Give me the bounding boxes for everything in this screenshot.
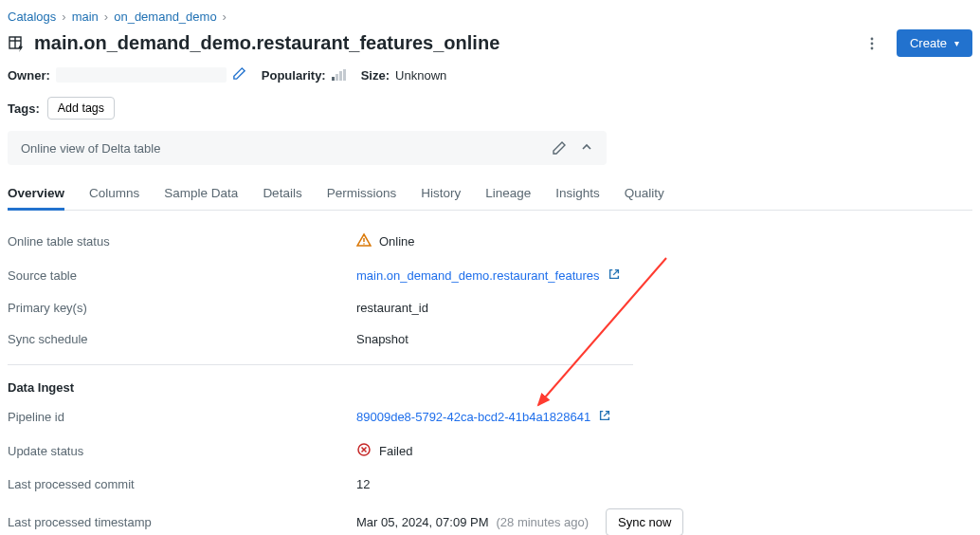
description-box: Online view of Delta table bbox=[8, 131, 607, 165]
data-ingest-title: Data Ingest bbox=[8, 369, 972, 400]
chevron-down-icon: ▾ bbox=[954, 38, 959, 48]
warning-triangle-icon bbox=[356, 232, 372, 250]
status-label: Online table status bbox=[8, 234, 356, 249]
primary-key-label: Primary key(s) bbox=[8, 301, 356, 315]
popularity-bars-icon bbox=[332, 69, 346, 81]
edit-description-icon[interactable] bbox=[552, 140, 567, 156]
svg-point-3 bbox=[871, 37, 874, 40]
size-label: Size: bbox=[361, 68, 390, 83]
breadcrumb: Catalogs › main › on_demand_demo › bbox=[8, 8, 972, 29]
source-table-link[interactable]: main.on_demand_demo.restaurant_features bbox=[356, 268, 600, 283]
breadcrumb-item[interactable]: main bbox=[72, 9, 99, 24]
tab-overview[interactable]: Overview bbox=[8, 178, 64, 210]
source-table-label: Source table bbox=[8, 268, 356, 283]
title-bar: main.on_demand_demo.restaurant_features_… bbox=[8, 29, 972, 57]
tab-quality[interactable]: Quality bbox=[625, 178, 664, 210]
last-commit-label: Last processed commit bbox=[8, 477, 356, 491]
update-status-value: Failed bbox=[379, 444, 412, 458]
chevron-right-icon: › bbox=[223, 9, 227, 24]
tab-sample-data[interactable]: Sample Data bbox=[164, 178, 238, 210]
svg-point-7 bbox=[363, 243, 365, 245]
update-status-label: Update status bbox=[8, 444, 356, 458]
last-timestamp-label: Last processed timestamp bbox=[8, 515, 356, 529]
sync-schedule-label: Sync schedule bbox=[8, 332, 356, 346]
create-button-label: Create bbox=[910, 36, 947, 50]
tags-label: Tags: bbox=[8, 101, 40, 116]
svg-point-4 bbox=[871, 42, 874, 45]
last-timestamp-relative: (28 minutes ago) bbox=[496, 515, 589, 529]
table-lightning-icon bbox=[8, 34, 27, 53]
tab-insights[interactable]: Insights bbox=[555, 178, 600, 210]
tabs: Overview Columns Sample Data Details Per… bbox=[8, 178, 972, 211]
description-text: Online view of Delta table bbox=[21, 141, 160, 156]
last-timestamp-value: Mar 05, 2024, 07:09 PM bbox=[356, 515, 488, 529]
tab-permissions[interactable]: Permissions bbox=[327, 178, 397, 210]
owner-value bbox=[56, 67, 227, 83]
breadcrumb-item[interactable]: Catalogs bbox=[8, 9, 56, 24]
section-divider bbox=[8, 364, 633, 365]
status-value: Online bbox=[379, 234, 415, 249]
overview-section: Online table status Online Source table … bbox=[8, 211, 972, 535]
error-circle-icon bbox=[356, 442, 372, 460]
size-value: Unknown bbox=[395, 68, 446, 83]
owner-label: Owner: bbox=[8, 68, 50, 83]
chevron-right-icon: › bbox=[62, 9, 65, 24]
more-menu-button[interactable] bbox=[859, 30, 885, 57]
tab-lineage[interactable]: Lineage bbox=[485, 178, 531, 210]
page-title: main.on_demand_demo.restaurant_features_… bbox=[34, 32, 499, 54]
sync-now-button[interactable]: Sync now bbox=[606, 508, 683, 535]
breadcrumb-item[interactable]: on_demand_demo bbox=[114, 9, 216, 24]
collapse-description-icon[interactable] bbox=[580, 140, 593, 156]
pipeline-id-label: Pipeline id bbox=[8, 410, 356, 424]
tab-history[interactable]: History bbox=[421, 178, 461, 210]
external-link-icon[interactable] bbox=[598, 409, 611, 425]
tab-columns[interactable]: Columns bbox=[89, 178, 139, 210]
popularity-label: Popularity: bbox=[262, 68, 326, 83]
external-link-icon[interactable] bbox=[608, 268, 621, 284]
chevron-right-icon: › bbox=[104, 9, 108, 24]
edit-owner-icon[interactable] bbox=[232, 66, 246, 83]
sync-schedule-value: Snapshot bbox=[356, 332, 408, 346]
last-commit-value: 12 bbox=[356, 477, 370, 491]
svg-point-5 bbox=[871, 46, 874, 49]
tab-details[interactable]: Details bbox=[263, 178, 301, 210]
meta-row: Owner: Popularity: Size: Unknown bbox=[8, 57, 972, 83]
primary-key-value: restaurant_id bbox=[356, 301, 428, 315]
pipeline-id-link[interactable]: 89009de8-5792-42ca-bcd2-41b4a1828641 bbox=[356, 410, 590, 424]
tags-row: Tags: Add tags bbox=[8, 83, 972, 120]
create-button[interactable]: Create ▾ bbox=[897, 29, 972, 57]
add-tags-button[interactable]: Add tags bbox=[47, 97, 115, 120]
